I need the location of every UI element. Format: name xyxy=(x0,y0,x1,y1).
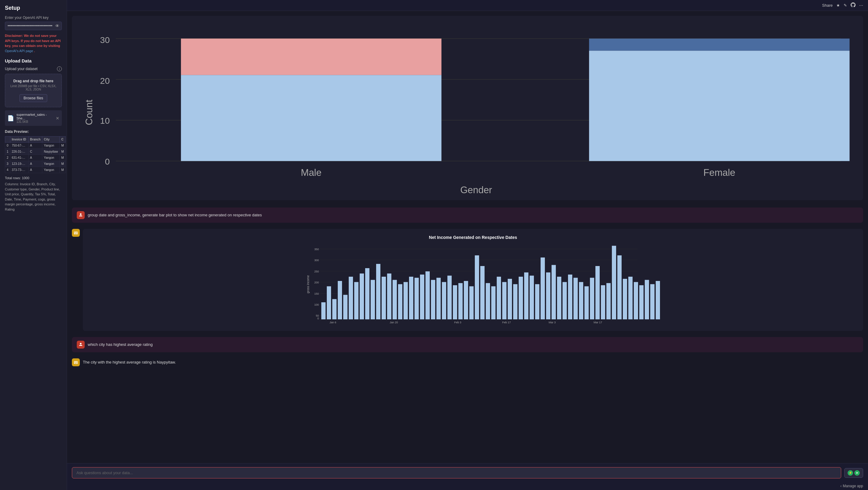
send-button[interactable]: ⚡ ➤ xyxy=(844,468,863,478)
user-avatar-2 xyxy=(77,341,85,349)
svg-text:200: 200 xyxy=(314,281,319,284)
bar-7 xyxy=(360,273,364,320)
bar-12 xyxy=(387,273,391,320)
table-header-row: Invoice ID Branch City C xyxy=(5,137,66,143)
table-row: 4373-73-7910AYangonM xyxy=(5,167,66,173)
manage-app-button[interactable]: ‹ Manage app xyxy=(840,484,863,488)
bar-19 xyxy=(426,271,430,320)
table-row: 0750-67-8428AYangonM xyxy=(5,143,66,149)
bar-34 xyxy=(508,279,512,319)
uploaded-file-item: 📄 supermarket_sales - She... 131.5KB ✕ xyxy=(5,110,62,126)
bars-group xyxy=(321,246,660,320)
bar-2 xyxy=(332,299,337,320)
total-rows: Total rows: 1000 xyxy=(5,176,62,180)
bar-40 xyxy=(540,258,545,319)
columns-info: Columns: Invoice ID, Branch, City, Custo… xyxy=(5,182,62,212)
file-details: supermarket_sales - She... 131.5KB xyxy=(17,113,56,123)
svg-text:30: 30 xyxy=(100,35,110,45)
svg-text:Count: Count xyxy=(84,99,94,125)
bar-47 xyxy=(579,282,583,320)
bar-44 xyxy=(562,282,567,320)
dropzone-subtitle: Limit 200MB per file • CSV, XLSX, XLS, J… xyxy=(9,84,58,91)
toggle-visibility-icon[interactable]: 👁 xyxy=(55,24,59,28)
file-icon: 📄 xyxy=(7,115,14,122)
chat-input[interactable] xyxy=(72,467,841,479)
svg-point-12 xyxy=(80,213,81,215)
bar-55 xyxy=(623,279,627,319)
svg-text:Jan 20: Jan 20 xyxy=(390,321,398,324)
col-header-index xyxy=(5,137,10,143)
bar-11 xyxy=(382,277,386,319)
bar-20 xyxy=(431,280,435,320)
data-preview-table: Invoice ID Branch City C 0750-67-8428AYa… xyxy=(5,136,66,173)
svg-text:100: 100 xyxy=(314,303,319,306)
svg-text:250: 250 xyxy=(314,270,319,273)
star-icon[interactable]: ★ xyxy=(836,3,840,8)
table-body: 0750-67-8428AYangonM1226-31-3081CNaypyit… xyxy=(5,143,66,173)
sidebar: Setup Enter your OpenAI API key 👁 Discla… xyxy=(0,0,67,490)
male-bar-blue xyxy=(181,75,441,161)
more-menu-icon[interactable]: ⋯ xyxy=(859,3,863,8)
svg-point-44 xyxy=(76,362,77,363)
bar-57 xyxy=(634,282,638,320)
gender-chart-container: Count 30 20 10 0 xyxy=(72,16,863,200)
bar-17 xyxy=(414,278,419,320)
edit-icon[interactable]: ✎ xyxy=(844,3,847,8)
openai-api-link[interactable]: OpenAI's API page xyxy=(5,49,33,53)
svg-text:Feb 3: Feb 3 xyxy=(454,321,461,324)
bar-31 xyxy=(491,286,496,320)
bar-9 xyxy=(371,280,375,320)
dropzone[interactable]: Drag and drop file here Limit 200MB per … xyxy=(5,74,62,107)
disclaimer-suffix: . xyxy=(34,49,35,53)
svg-text:2019: 2019 xyxy=(330,324,336,324)
bottom-bar: ‹ Manage app xyxy=(67,482,868,490)
api-key-container: 👁 xyxy=(5,22,62,30)
bar-45 xyxy=(568,275,572,319)
bar-39 xyxy=(535,284,539,320)
topbar: Share ★ ✎ ⋯ xyxy=(67,0,868,11)
bar-32 xyxy=(497,277,501,319)
svg-point-14 xyxy=(74,232,75,233)
main-content: Share ★ ✎ ⋯ Count 30 20 10 0 xyxy=(67,0,868,490)
bar-37 xyxy=(524,272,528,319)
share-button[interactable]: Share xyxy=(822,3,833,8)
female-bar-blue xyxy=(589,51,849,161)
api-key-input[interactable] xyxy=(5,22,62,30)
bar-0 xyxy=(321,302,326,319)
table-row: 2631-41-3108AYangonM xyxy=(5,155,66,161)
svg-text:10: 10 xyxy=(100,116,110,125)
svg-text:Mar 3: Mar 3 xyxy=(549,321,556,324)
bar-54 xyxy=(617,255,622,319)
bar-15 xyxy=(404,282,408,320)
bar-50 xyxy=(595,266,600,319)
bot-avatar-1 xyxy=(72,229,80,237)
bar-41 xyxy=(546,272,550,319)
bot-message-text: The city with the highest average rating… xyxy=(72,357,863,368)
col-header-c: C xyxy=(60,137,65,143)
browse-files-button[interactable]: Browse files xyxy=(20,94,47,102)
api-key-label: Enter your OpenAI API key xyxy=(5,16,62,20)
female-bar-dark xyxy=(589,39,849,51)
bar-8 xyxy=(365,268,369,319)
input-area: ⚡ ➤ xyxy=(67,463,868,482)
svg-point-15 xyxy=(76,232,77,233)
svg-text:Female: Female xyxy=(704,167,736,178)
bar-36 xyxy=(519,277,523,319)
bar-26 xyxy=(464,281,468,319)
dropzone-title: Drag and drop file here xyxy=(9,79,58,83)
file-close-icon[interactable]: ✕ xyxy=(56,116,59,121)
bar-6 xyxy=(354,282,359,320)
bar-51 xyxy=(601,285,605,319)
bar-chart-container: Net Income Generated on Respective Dates… xyxy=(83,229,863,331)
upload-dataset-label: Upload your dataset i xyxy=(5,66,62,71)
github-icon[interactable] xyxy=(850,2,856,8)
info-icon[interactable]: i xyxy=(57,66,62,71)
svg-point-41 xyxy=(80,343,81,344)
bar-16 xyxy=(409,277,413,319)
svg-text:20: 20 xyxy=(100,76,110,86)
bar-21 xyxy=(436,278,441,320)
toggle-icon: ⚡ xyxy=(847,470,853,476)
file-info: 📄 supermarket_sales - She... 131.5KB xyxy=(7,113,56,123)
bar-18 xyxy=(420,275,424,319)
user-message-2: which city has highest average rating xyxy=(72,337,863,352)
